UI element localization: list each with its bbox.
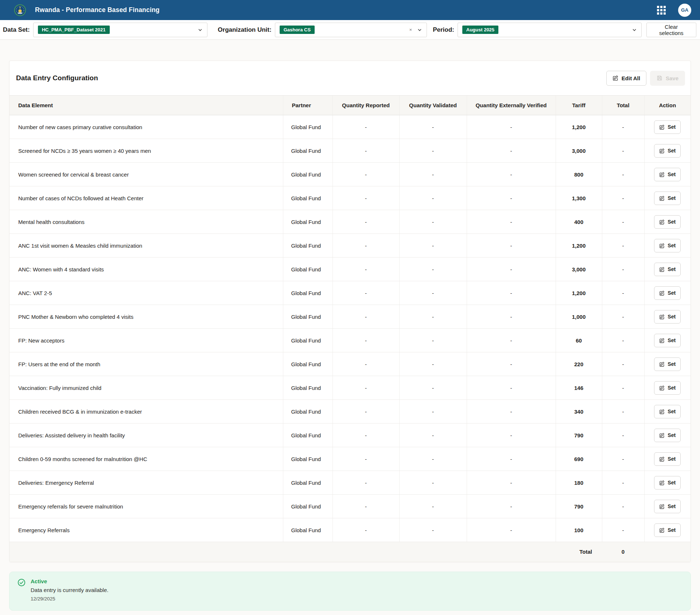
set-button-label: Set (668, 243, 676, 248)
set-button[interactable]: Set (654, 310, 681, 324)
table-row: Emergency referrals for severe malnutrit… (9, 495, 691, 518)
set-button[interactable]: Set (654, 334, 681, 347)
set-button[interactable]: Set (654, 168, 681, 181)
set-button[interactable]: Set (654, 381, 681, 395)
table-row: Vaccination: Fully immunized child Globa… (9, 376, 691, 400)
tariff-cell: 1,300 (556, 186, 602, 210)
quantity-validated-cell: - (399, 163, 467, 186)
footer-total-value: 0 (602, 542, 644, 562)
set-button-label: Set (668, 148, 676, 154)
action-cell: Set (644, 329, 691, 352)
check-circle-icon (18, 579, 26, 610)
data-element-cell: ANC 1st visit women & Measles child immu… (9, 234, 283, 258)
partner-cell: Global Fund (283, 115, 332, 139)
set-button[interactable]: Set (654, 263, 681, 276)
set-button-label: Set (668, 456, 676, 462)
column-header-total: Total (602, 96, 644, 115)
partner-cell: Global Fund (283, 352, 332, 376)
quantity-externally-verified-cell: - (467, 258, 556, 281)
set-button[interactable]: Set (654, 357, 681, 371)
partner-cell: Global Fund (283, 139, 332, 163)
set-button[interactable]: Set (654, 215, 681, 229)
data-elements-table: Data Element Partner Quantity Reported Q… (9, 95, 691, 562)
partner-cell: Global Fund (283, 163, 332, 186)
data-set-select[interactable]: HC_PMA_PBF_Dataset 2021 (33, 23, 208, 37)
set-button[interactable]: Set (654, 523, 681, 537)
edit-all-button[interactable]: Edit All (606, 71, 646, 86)
edit-icon (612, 75, 618, 81)
edit-icon (659, 148, 665, 154)
quantity-validated-cell: - (399, 210, 467, 234)
tariff-cell: 400 (556, 210, 602, 234)
org-unit-select[interactable]: Gashora CS × (275, 23, 427, 37)
edit-icon (659, 338, 665, 343)
column-header-quantity-reported: Quantity Reported (332, 96, 399, 115)
table-header: Data Element Partner Quantity Reported Q… (9, 96, 691, 115)
tariff-cell: 1,200 (556, 234, 602, 258)
total-cell: - (602, 186, 644, 210)
quantity-validated-cell: - (399, 495, 467, 518)
set-button[interactable]: Set (654, 500, 681, 513)
clear-selections-button[interactable]: Clear selections (646, 23, 696, 37)
period-select[interactable]: August 2025 (458, 23, 642, 37)
quantity-externally-verified-cell: - (467, 495, 556, 518)
set-button[interactable]: Set (654, 120, 681, 134)
quantity-externally-verified-cell: - (467, 400, 556, 423)
table-row: Children 0-59 months screened for malnut… (9, 447, 691, 471)
set-button[interactable]: Set (654, 452, 681, 466)
partner-cell: Global Fund (283, 423, 332, 447)
tariff-cell: 220 (556, 352, 602, 376)
user-avatar[interactable]: GA (678, 4, 691, 17)
top-navbar: Rwanda - Performance Based Financing GA (0, 0, 700, 20)
data-element-cell: Vaccination: Fully immunized child (9, 376, 283, 400)
set-button[interactable]: Set (654, 476, 681, 490)
quantity-externally-verified-cell: - (467, 115, 556, 139)
quantity-validated-cell: - (399, 281, 467, 305)
action-cell: Set (644, 186, 691, 210)
apps-grid-icon[interactable] (657, 6, 666, 15)
quantity-externally-verified-cell: - (467, 163, 556, 186)
chevron-down-icon (417, 27, 422, 32)
tariff-cell: 60 (556, 329, 602, 352)
table-row: Women screened for cervical & breast can… (9, 163, 691, 186)
set-button-label: Set (668, 337, 676, 343)
set-button[interactable]: Set (654, 286, 681, 300)
edit-icon (659, 361, 665, 367)
edit-icon (659, 385, 665, 391)
save-button: Save (650, 71, 685, 86)
card-header: Data Entry Configuration Edit All Save (9, 61, 691, 95)
quantity-reported-cell: - (332, 139, 399, 163)
set-button-label: Set (668, 124, 676, 130)
footer-total-label: Total (9, 542, 602, 562)
set-button[interactable]: Set (654, 239, 681, 252)
data-element-cell: ANC: VAT 2-5 (9, 281, 283, 305)
set-button-label: Set (668, 503, 676, 509)
quantity-reported-cell: - (332, 400, 399, 423)
edit-icon (659, 124, 665, 130)
quantity-externally-verified-cell: - (467, 423, 556, 447)
partner-cell: Global Fund (283, 281, 332, 305)
set-button[interactable]: Set (654, 144, 681, 158)
page-title: Data Entry Configuration (16, 74, 98, 82)
quantity-externally-verified-cell: - (467, 352, 556, 376)
set-button[interactable]: Set (654, 429, 681, 442)
filter-bar: Data Set: HC_PMA_PBF_Dataset 2021 Organi… (0, 20, 700, 40)
save-label: Save (666, 75, 678, 81)
org-unit-clear-icon[interactable]: × (409, 27, 412, 32)
tariff-cell: 180 (556, 471, 602, 495)
edit-icon (659, 409, 665, 414)
total-cell: - (602, 234, 644, 258)
total-cell: - (602, 447, 644, 471)
partner-cell: Global Fund (283, 329, 332, 352)
tariff-cell: 1,200 (556, 281, 602, 305)
data-element-cell: ANC: Women with 4 standard visits (9, 258, 283, 281)
data-element-cell: Women screened for cervical & breast can… (9, 163, 283, 186)
set-button[interactable]: Set (654, 192, 681, 205)
app-title: Rwanda - Performance Based Financing (35, 6, 160, 14)
quantity-reported-cell: - (332, 234, 399, 258)
org-unit-chip: Gashora CS (280, 26, 315, 34)
set-button[interactable]: Set (654, 405, 681, 418)
action-cell: Set (644, 115, 691, 139)
quantity-reported-cell: - (332, 376, 399, 400)
org-unit-label: Organization Unit: (218, 26, 271, 34)
